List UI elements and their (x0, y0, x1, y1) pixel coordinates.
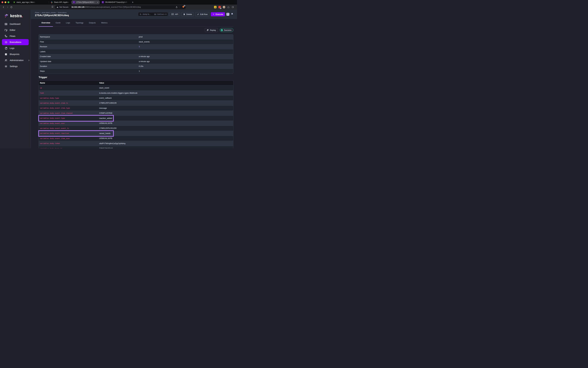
row-label: Steps (39, 70, 139, 72)
table-row: Flowslack_events (39, 39, 233, 44)
tab-metrics[interactable]: Metrics (98, 19, 110, 27)
breadcrumb-separator: / (40, 12, 41, 13)
sidebar-item-settings[interactable]: Settings (0, 63, 31, 69)
tab-close-icon[interactable]: × (97, 1, 98, 3)
row-label: Flow (39, 41, 139, 43)
window-controls (0, 1, 11, 3)
edit-flow-button[interactable]: Edit flow (195, 12, 209, 16)
sidebar-item-editor[interactable]: Editor (0, 27, 31, 33)
sidebar-nav: Dashboard Editor Flows Executions Logs B… (0, 21, 31, 69)
window-zoom-button[interactable] (8, 1, 9, 3)
table-row: variables.body.event.userU056UHL1KPB (39, 121, 233, 126)
sidebar-item-executions[interactable]: Executions (2, 39, 29, 45)
row-value: 1708512976.001200 (99, 127, 117, 129)
extension-shield-icon[interactable]: 1 (182, 6, 184, 9)
browser-extensions-area: R ...2 (214, 6, 235, 8)
revision-link[interactable]: 3 (139, 46, 140, 48)
extension-badge: 1 (184, 5, 185, 7)
browser-tab-modal[interactable]: M slack_app logs | Modal (11, 0, 49, 5)
sidebar-item-label: Executions (10, 41, 21, 43)
red-extension-badge: 2 (220, 8, 222, 9)
row-key: variables.body.event.user (39, 122, 99, 124)
breadcrumb-separator: / (57, 12, 57, 13)
sidebar-item-blueprints[interactable]: Blueprints (0, 51, 31, 57)
address-field[interactable]: Not Secure 18.153.185.126 :8080/ui/execu… (55, 5, 186, 9)
sidebar-item-label: Flows (10, 35, 15, 37)
row-value: slack_event (99, 87, 109, 89)
svg-text:API: API (172, 14, 173, 15)
breadcrumb-executions[interactable]: Executions (58, 12, 66, 13)
red-extension-icon[interactable]: ...2 (218, 6, 221, 8)
replay-button-label: Replay (210, 29, 216, 31)
replay-button[interactable]: Replay (205, 28, 218, 32)
sidebar-item-dashboard[interactable]: Dashboard (0, 21, 31, 27)
extensions-puzzle-icon[interactable] (227, 6, 230, 8)
sidebar-item-label: Logs (10, 47, 14, 49)
profile-avatar-icon[interactable] (223, 6, 225, 8)
tab-logs[interactable]: Logs (63, 19, 73, 27)
browser-tab-kestra-flow[interactable]: 5fUH6HDVF71iazoZq1UBij | Kestra (100, 0, 130, 5)
breadcrumb-namespace[interactable]: prod.slack_events (42, 12, 56, 13)
sidebar-item-logs[interactable]: Logs (0, 45, 31, 51)
tab-overview[interactable]: Overview (39, 19, 53, 27)
kestra-favicon (102, 1, 104, 3)
row-key: variables.body.event.item.channel (39, 112, 99, 114)
reload-icon[interactable] (9, 5, 13, 9)
browser-tab-title: 5fUH6HDVF71iazoZq1UBij | Kestra (105, 1, 128, 3)
success-check-icon (221, 29, 223, 31)
row-value: T056FQNQDH9 (99, 147, 113, 148)
browser-tab-slack-api[interactable]: Slack API: Applications | Demos S (49, 0, 71, 5)
row-label: Namespace (39, 36, 139, 38)
row-value: U056UHL1KPB (99, 122, 112, 124)
kestra-logo[interactable]: kestra. (4, 14, 31, 18)
browser-tab-kestra-execution-active[interactable]: 27SAc7j5RpreU9C8DVc6eq | K × (71, 0, 100, 4)
window-close-button[interactable] (1, 1, 3, 3)
keyboard-icon (154, 13, 156, 15)
tab-gantt[interactable]: Gantt (53, 19, 63, 27)
row-value: raised_hands (99, 132, 111, 134)
breadcrumb-flows[interactable]: Flows (35, 12, 39, 13)
row-label: Labels (39, 51, 139, 53)
delete-button[interactable]: Delete (181, 12, 194, 16)
breadcrumb: Flows / prod.slack_events / Executions (35, 12, 69, 13)
column-header-value: Value (99, 82, 104, 84)
execute-button[interactable]: Execute (211, 12, 225, 16)
tab-topology[interactable]: Topology (73, 19, 86, 27)
table-row: Labels (39, 49, 233, 54)
help-button[interactable]: ? (226, 13, 229, 16)
bell-icon[interactable] (231, 13, 233, 16)
browser-tab-title: Slack API: Applications | Demos S (54, 1, 69, 3)
forward-icon[interactable] (5, 5, 9, 9)
side-panel-icon[interactable] (232, 6, 234, 8)
window-minimize-button[interactable] (5, 1, 6, 3)
table-row: Revision3 (39, 44, 233, 49)
share-icon[interactable] (176, 6, 178, 8)
sidebar-item-flows[interactable]: Flows (0, 33, 31, 39)
row-value: reaction_added (99, 117, 112, 119)
back-icon[interactable] (1, 5, 5, 9)
sidebar-item-label: Editor (10, 29, 15, 31)
row-key: variables.body.type (39, 97, 99, 99)
row-value: 1708512973.894109 (99, 102, 117, 104)
api-button-label: API (175, 13, 178, 15)
bookmark-icon[interactable] (51, 6, 54, 9)
row-key: variables.body.event.item.type (39, 107, 99, 109)
sidebar-item-administration[interactable]: Administration (0, 57, 31, 63)
row-key: type (39, 92, 99, 94)
jump-to-shortcut: Ctrl/Cmd + K (157, 13, 167, 15)
tab-outputs[interactable]: Outputs (86, 19, 99, 27)
row-key: id (39, 87, 99, 89)
table-row: variables.body.event.item.ts1708512973.8… (39, 101, 233, 105)
status-row: Replay Success (31, 28, 233, 32)
new-tab-button[interactable]: + (130, 1, 135, 4)
lightning-icon (213, 13, 215, 15)
trash-icon (183, 13, 185, 15)
table-row: Namespaceprod (39, 35, 233, 39)
security-label: Not Secure (59, 6, 68, 8)
api-button[interactable]: API API (169, 12, 180, 16)
table-row: variables.body.event.event_ts1708512976.… (39, 126, 233, 131)
row-key: variables.body.event.item.ts (39, 102, 99, 104)
r-extension-icon[interactable]: R (214, 6, 216, 8)
table-row: idslack_event (39, 85, 233, 90)
jump-to-search[interactable]: Jump to... Ctrl/Cmd + K (138, 12, 168, 16)
